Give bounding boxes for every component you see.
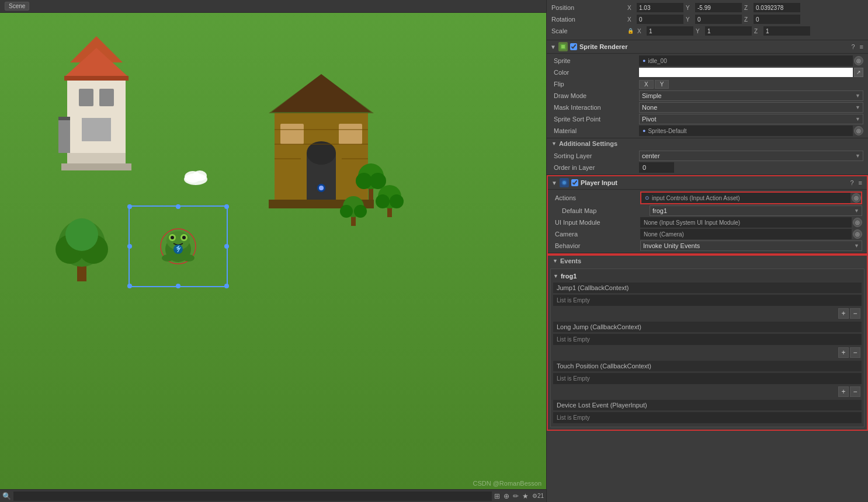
rot-y-input[interactable] — [695, 15, 742, 24]
scale-z-label: Z — [754, 28, 761, 34]
scale-label: Scale — [551, 27, 627, 34]
ui-input-module-label: UI Input Module — [553, 219, 640, 226]
handle-bl[interactable] — [127, 284, 132, 288]
frog-container[interactable] — [129, 205, 228, 287]
handle-mr[interactable] — [224, 244, 229, 249]
events-arrow[interactable]: ▼ — [553, 258, 558, 264]
scene-view-wrapper: Scene — [0, 0, 546, 502]
pos-x-input[interactable] — [637, 3, 683, 12]
viewport-icon[interactable]: ⊞ — [494, 492, 500, 500]
handle-br[interactable] — [224, 284, 229, 288]
star-icon[interactable]: ★ — [522, 492, 529, 500]
sprite-renderer-component: ▼ Sprite Renderer ? ≡ Sprite — [547, 40, 868, 175]
rotation-values: X Y Z — [627, 15, 863, 24]
ui-input-module-field[interactable]: None (Input System UI Input Module) — [640, 217, 852, 228]
touch-pos-remove-btn[interactable]: − — [850, 386, 860, 397]
camera-picker[interactable]: ◎ — [853, 229, 862, 239]
additional-settings-header: ▼ Additional Settings — [547, 138, 868, 149]
scene-content[interactable]: CSDN @RomanBesson — [0, 13, 546, 489]
scale-values: 🔒 X Y Z — [627, 26, 863, 36]
device-lost-empty: List is Empty — [553, 412, 862, 423]
ui-input-module-value: None (Input System UI Input Module) ◎ — [640, 217, 862, 228]
frog1-name: frog1 — [561, 273, 577, 280]
material-field[interactable]: ● Sprites-Default — [639, 126, 853, 136]
handle-bm[interactable] — [176, 284, 180, 288]
mask-interaction-value: None ▼ — [639, 102, 863, 113]
frog1-arrow[interactable]: ▼ — [553, 273, 558, 279]
additional-settings-arrow[interactable]: ▼ — [551, 141, 557, 147]
jump1-add-btn[interactable]: + — [838, 308, 849, 319]
flip-x-btn[interactable]: X — [639, 80, 654, 89]
color-row: Color ↗ — [551, 67, 863, 78]
handle-tl[interactable] — [127, 204, 132, 209]
svg-point-45 — [356, 173, 372, 189]
ui-input-module-picker[interactable]: ◎ — [853, 218, 862, 227]
handle-ml[interactable] — [127, 244, 132, 249]
draw-mode-dropdown[interactable]: Simple ▼ — [639, 90, 863, 101]
pos-z-input[interactable] — [754, 3, 800, 12]
camera-label: Camera — [553, 231, 640, 238]
frog1-header: ▼ frog1 — [553, 271, 862, 281]
sprite-row: Sprite ● idle_00 ◎ — [551, 55, 863, 67]
grid-icon[interactable]: ⊕ — [504, 492, 509, 500]
actions-picker-btn[interactable]: ◎ — [852, 193, 861, 203]
touch-pos-event-header: Touch Position (CallbackContext) — [553, 361, 862, 371]
color-label: Color — [551, 69, 639, 76]
device-lost-event-header: Device Lost Event (PlayerInput) — [553, 400, 862, 410]
scale-y-label: Y — [696, 28, 703, 34]
sprite-sort-point-dropdown[interactable]: Pivot ▼ — [639, 114, 863, 124]
handle-tm[interactable] — [176, 204, 180, 209]
events-header: ▼ Events — [548, 256, 867, 266]
svg-point-50 — [390, 194, 404, 208]
actions-icon: ⊙ — [645, 195, 650, 201]
sr-settings-btn[interactable]: ≡ — [859, 43, 864, 50]
rot-z-input[interactable] — [754, 15, 800, 24]
ui-input-module-text: None (Input System UI Input Module) — [644, 219, 740, 226]
actions-field[interactable]: ⊙ input Controls (Input Action Asset) — [641, 193, 850, 203]
scale-y-input[interactable] — [705, 26, 752, 36]
sorting-layer-dropdown[interactable]: center ▼ — [639, 151, 863, 161]
sprite-picker-btn[interactable]: ◎ — [854, 56, 863, 65]
brush-icon[interactable]: ✏ — [513, 492, 519, 500]
sr-help-btn[interactable]: ? — [850, 43, 856, 50]
toolbar-right: ⊞ ⊕ ✏ ★ ⚙21 — [494, 492, 544, 500]
scale-x-input[interactable] — [647, 26, 693, 36]
jump1-remove-btn[interactable]: − — [850, 308, 860, 319]
sorting-layer-label: Sorting Layer — [551, 152, 639, 159]
material-dot: ● — [643, 128, 645, 134]
sr-checkbox[interactable] — [570, 43, 577, 50]
handle-tr[interactable] — [224, 204, 229, 209]
flip-y-btn[interactable]: Y — [655, 80, 669, 89]
touch-pos-add-btn[interactable]: + — [838, 386, 849, 397]
touch-pos-controls: + − — [553, 385, 862, 398]
sprite-sort-point-text: Pivot — [642, 116, 656, 123]
long-jump-add-btn[interactable]: + — [838, 347, 849, 358]
color-picker-btn[interactable]: ↗ — [854, 68, 863, 77]
material-picker-btn[interactable]: ◎ — [854, 126, 863, 135]
behavior-value: Invoke Unity Events ▼ — [640, 240, 862, 251]
scale-z-input[interactable] — [763, 26, 810, 36]
default-map-dropdown[interactable]: frog1 ▼ — [650, 205, 862, 216]
pi-help-btn[interactable]: ? — [849, 179, 855, 186]
material-value: ● Sprites-Default ◎ — [639, 126, 863, 136]
pos-y-label: Y — [686, 5, 693, 11]
mask-interaction-dropdown[interactable]: None ▼ — [639, 102, 863, 113]
sr-arrow[interactable]: ▼ — [550, 44, 556, 50]
pi-settings-btn[interactable]: ≡ — [857, 179, 863, 186]
pi-arrow[interactable]: ▼ — [551, 180, 557, 186]
pos-y-input[interactable] — [695, 3, 742, 12]
sprite-field[interactable]: ● idle_00 — [639, 55, 853, 66]
search-icon[interactable]: 🔍 — [2, 492, 11, 500]
long-jump-remove-btn[interactable]: − — [850, 347, 860, 358]
behavior-row: Behavior Invoke Unity Events ▼ — [553, 240, 862, 252]
pi-checkbox[interactable] — [571, 179, 578, 186]
svg-point-26 — [319, 186, 324, 190]
rot-x-input[interactable] — [637, 15, 683, 24]
behavior-dropdown[interactable]: Invoke Unity Events ▼ — [640, 240, 862, 251]
player-input-header: ▼ Player Input ? ≡ — [548, 176, 867, 190]
order-in-layer-input[interactable] — [639, 162, 674, 173]
color-box[interactable] — [639, 68, 853, 77]
scene-tab[interactable]: Scene — [5, 2, 29, 11]
camera-field[interactable]: None (Camera) — [640, 229, 852, 239]
watermark: CSDN @RomanBesson — [473, 480, 541, 487]
